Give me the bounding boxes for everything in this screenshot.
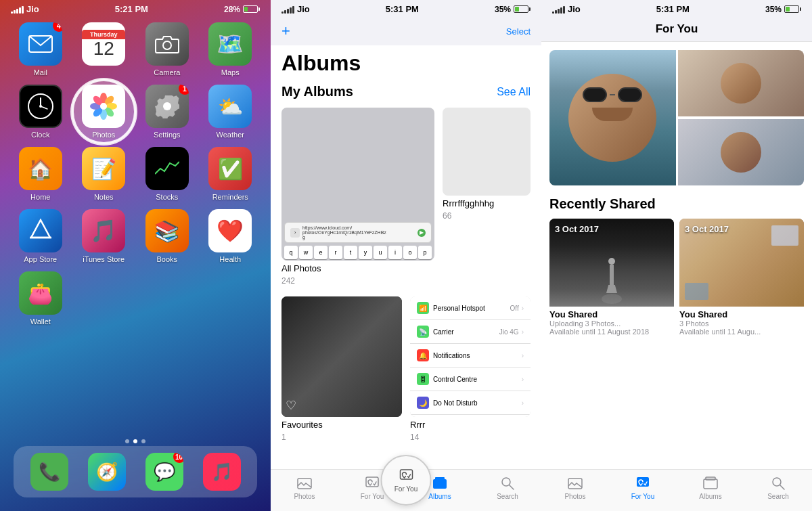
carrier-text: Carrier	[433, 328, 499, 336]
album-rrrr2-name: Rrrr	[410, 420, 531, 430]
shared-subtitle-1b: Available until 11 August 2018	[549, 328, 674, 336]
safari-icon: 🧭	[88, 453, 126, 491]
key-p: p	[418, 246, 432, 259]
app-maps[interactable]: 🗺️ Maps	[204, 22, 258, 76]
for-you-header: For You	[541, 17, 812, 42]
dnd-arrow: ›	[522, 399, 524, 407]
select-btn[interactable]: Select	[506, 26, 531, 37]
svg-point-9	[104, 106, 116, 118]
mail-label: Mail	[34, 68, 47, 76]
battery-icon-1	[243, 5, 260, 13]
album-rrrr-fff[interactable]: Rrrrfffgghhhg 66	[443, 108, 531, 286]
clock-icon	[19, 85, 62, 128]
app-stocks[interactable]: Stocks	[140, 147, 194, 201]
app-mail[interactable]: 4 Mail	[14, 22, 68, 76]
app-notes[interactable]: 📝 Notes	[77, 147, 131, 201]
appstore-svg	[28, 219, 53, 243]
see-all-button[interactable]: See All	[497, 86, 531, 98]
clock-svg	[27, 93, 54, 120]
tab-photos-3[interactable]: Photos	[541, 475, 609, 500]
album-all-photos[interactable]: › https://www.icloud.com/photos/OnYgHc1m…	[281, 108, 434, 286]
dock-messages[interactable]: 10 💬	[145, 453, 183, 491]
bar1-2	[281, 12, 284, 14]
search-tab-icon-2	[499, 475, 516, 491]
dock-safari[interactable]: 🧭	[88, 453, 126, 491]
dock-music[interactable]: 🎵	[203, 453, 241, 491]
shared-title-2: You Shared	[679, 309, 804, 319]
screen1-home: Jio 5:21 PM 28% 4	[0, 0, 271, 511]
itunes-icon: 🎵	[82, 209, 125, 252]
tab-photos-2[interactable]: Photos	[271, 475, 338, 500]
tab-search-3[interactable]: Search	[744, 475, 812, 500]
home-icon: 🏠	[19, 147, 62, 190]
app-settings[interactable]: 1 Settings	[140, 85, 194, 139]
app-calendar[interactable]: Thursday 12	[77, 22, 131, 76]
tab-albums-3[interactable]: Albums	[677, 475, 744, 500]
albums-tab-label-3: Albums	[699, 493, 721, 500]
keyboard-rows: q w e r t y u i o p	[284, 246, 432, 259]
wallet-icon: 👛	[19, 271, 62, 315]
battery-body-2	[514, 5, 528, 13]
url-text: https://www.icloud.com/photos/OnYgHc1mlQ…	[302, 225, 386, 240]
mail-envelope	[28, 35, 53, 53]
battery-fill-1	[244, 7, 248, 12]
tab-search-2[interactable]: Search	[474, 475, 541, 500]
battery-icon-2	[514, 5, 531, 13]
battery-fill-2	[515, 7, 519, 12]
nose-bridge	[610, 94, 615, 95]
app-wallet[interactable]: 👛 Wallet	[14, 271, 68, 326]
url-arrow: ›	[290, 228, 300, 238]
svg-point-15	[163, 102, 171, 110]
for-you-circle-icon	[398, 468, 414, 484]
shared-item-2[interactable]: 3 Oct 2017 You Shared 3 Photos Available…	[679, 219, 804, 338]
app-photos[interactable]: Photos	[77, 85, 131, 139]
camera-icon	[145, 22, 189, 66]
app-health[interactable]: ❤️ Health	[204, 209, 258, 263]
dock-phone[interactable]: 📞	[30, 453, 68, 491]
app-appstore[interactable]: App Store	[14, 209, 68, 263]
time-3: 5:31 PM	[656, 4, 690, 14]
for-you-circle-highlight[interactable]: For You	[381, 455, 432, 506]
home-emoji: 🏠	[28, 157, 53, 181]
app-camera[interactable]: Camera	[140, 22, 194, 76]
my-albums-label: My Albums	[281, 84, 353, 99]
albums-title-row: Albums	[271, 45, 541, 79]
app-clock[interactable]: Clock	[14, 85, 68, 139]
svg-line-29	[780, 485, 784, 489]
battery-pct-2: 35%	[495, 5, 511, 14]
fav-photo-sim: ♡	[281, 296, 402, 417]
page-dots	[0, 439, 271, 443]
app-weather[interactable]: ⛅ Weather	[204, 85, 258, 139]
tab-for-you-3[interactable]: For You	[609, 475, 677, 500]
svg-point-12	[90, 103, 101, 110]
app-books[interactable]: 📚 Books	[140, 209, 194, 263]
carrier-3: Jio	[568, 4, 581, 14]
health-label: Health	[219, 255, 241, 263]
settings-item-carrier: 📡 Carrier Jio 4G ›	[410, 320, 531, 344]
app-reminders[interactable]: ✅ Reminders	[204, 147, 258, 201]
calendar-icon: Thursday 12	[82, 22, 125, 66]
settings-item-hotspot: 📶 Personal Hotspot Off ›	[410, 296, 531, 320]
icloud-url-bar: › https://www.icloud.com/photos/OnYgHc1m…	[284, 222, 432, 243]
album-rrrr2[interactable]: 📶 Personal Hotspot Off › 📡 Carrier Jio 4…	[410, 296, 531, 442]
album-all-photos-name: All Photos	[281, 263, 434, 273]
mail-badge: 4	[53, 22, 62, 32]
album-favourites[interactable]: ♡ ♡ Favourites 1	[281, 296, 402, 442]
add-button[interactable]: +	[281, 22, 290, 40]
maps-label: Maps	[221, 68, 240, 76]
app-home[interactable]: 🏠 Home	[14, 147, 68, 201]
wallet-emoji: 👛	[28, 282, 53, 305]
photos-icon	[82, 85, 125, 128]
shared-item-1[interactable]: 3 Oct 2017 You Shared Uploading 3 Photos…	[549, 219, 674, 338]
itunes-emoji: 🎵	[90, 218, 117, 244]
collage-bottom-right	[678, 119, 805, 185]
svg-point-7	[104, 94, 116, 106]
screen2-albums: Jio 5:31 PM 35% + Select Albums My Album…	[271, 0, 541, 511]
svg-rect-26	[704, 479, 717, 489]
app-row-2: Clock	[14, 85, 257, 139]
app-itunes[interactable]: 🎵 iTunes Store	[77, 209, 131, 263]
svg-point-10	[100, 109, 107, 120]
photos-label: Photos	[92, 131, 115, 139]
maps-emoji: 🗺️	[217, 31, 244, 57]
shared-title-1: You Shared	[549, 309, 674, 319]
